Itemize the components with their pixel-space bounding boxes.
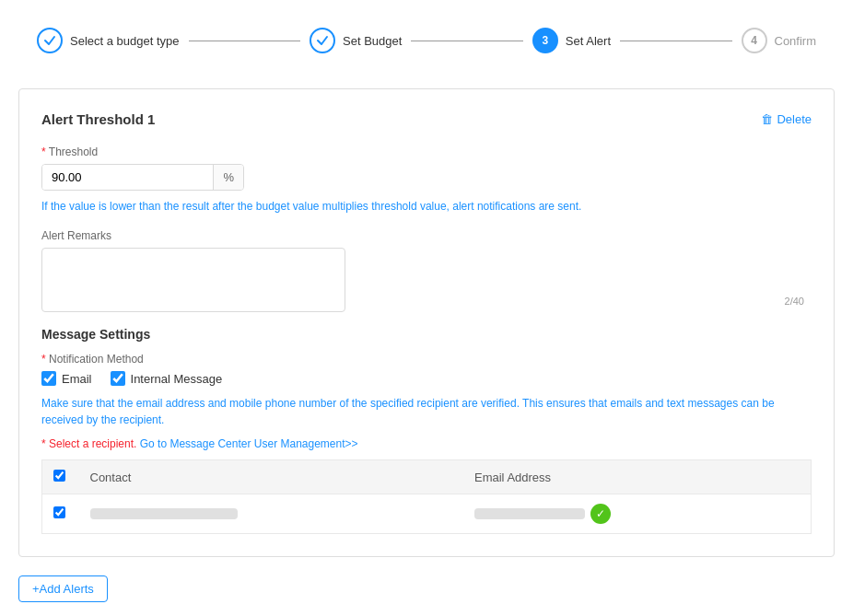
step-confirm: 4 Confirm (742, 28, 817, 53)
recipient-label: * Select a recipient. (41, 437, 136, 450)
email-checkbox-label: Email (62, 372, 92, 386)
step-4-circle: 4 (742, 28, 767, 53)
add-alerts-button[interactable]: +Add Alerts (18, 575, 108, 602)
contact-cell (79, 494, 464, 534)
th-email: Email Address (463, 460, 812, 494)
email-cell-content: ✓ (474, 504, 800, 524)
threshold-input-group[interactable]: % (41, 164, 244, 191)
step-set-alert: 3 Set Alert (532, 28, 611, 53)
threshold-label: Threshold (41, 145, 812, 158)
stepper: Select a budget type Set Budget 3 Set Al… (18, 18, 835, 63)
contact-placeholder (90, 508, 238, 519)
email-checkbox-item[interactable]: Email (41, 371, 92, 386)
remarks-label: Alert Remarks (41, 229, 812, 242)
recipient-line: * Select a recipient. Go to Message Cent… (41, 437, 812, 450)
notification-method-label: Notification Method (41, 353, 812, 366)
step-2-label: Set Budget (343, 34, 402, 48)
internal-message-checkbox-item[interactable]: Internal Message (111, 371, 223, 386)
char-count: 2/40 (785, 296, 804, 307)
threshold-input[interactable] (42, 165, 213, 190)
table-header-row: Contact Email Address (42, 460, 812, 494)
connector-3 (620, 41, 732, 41)
card-title: Alert Threshold 1 (41, 111, 155, 127)
step-set-budget: Set Budget (310, 28, 402, 53)
internal-message-checkbox-label: Internal Message (131, 372, 223, 386)
connector-2 (411, 41, 523, 41)
step-3-label: Set Alert (566, 34, 611, 48)
delete-button[interactable]: 🗑 Delete (761, 112, 812, 126)
step-1-label: Select a budget type (70, 34, 180, 48)
message-settings-title: Message Settings (41, 327, 812, 342)
go-to-message-center-link[interactable]: Go to Message Center (140, 437, 251, 450)
alert-threshold-card: Alert Threshold 1 🗑 Delete Threshold % I… (18, 88, 835, 557)
select-all-checkbox[interactable] (53, 470, 65, 482)
card-header: Alert Threshold 1 🗑 Delete (41, 111, 812, 127)
trash-icon: 🗑 (761, 112, 773, 126)
user-management-link[interactable]: User Management>> (254, 437, 358, 450)
info-text: Make sure that the email address and mob… (41, 395, 812, 428)
step-1-circle (37, 28, 63, 53)
internal-message-checkbox[interactable] (111, 371, 125, 386)
remarks-wrapper: 2/40 (41, 248, 812, 312)
recipient-table: Contact Email Address ✓ (41, 459, 812, 534)
step-4-label: Confirm (775, 34, 817, 48)
step-2-circle (310, 28, 335, 53)
threshold-suffix: % (213, 165, 243, 190)
table-row: ✓ (42, 494, 812, 534)
step-3-circle: 3 (532, 28, 558, 53)
row-checkbox[interactable] (53, 506, 65, 518)
remarks-textarea[interactable] (41, 248, 345, 312)
verified-icon: ✓ (590, 504, 611, 524)
email-cell: ✓ (463, 494, 812, 534)
row-checkbox-cell (42, 494, 79, 534)
threshold-hint: If the value is lower than the result af… (41, 198, 812, 215)
th-check (42, 460, 79, 494)
notification-checkboxes: Email Internal Message (41, 371, 812, 386)
email-placeholder (474, 508, 585, 519)
email-checkbox[interactable] (41, 371, 56, 386)
connector-1 (189, 41, 301, 41)
step-select-budget-type: Select a budget type (37, 28, 180, 53)
th-contact: Contact (79, 460, 464, 494)
